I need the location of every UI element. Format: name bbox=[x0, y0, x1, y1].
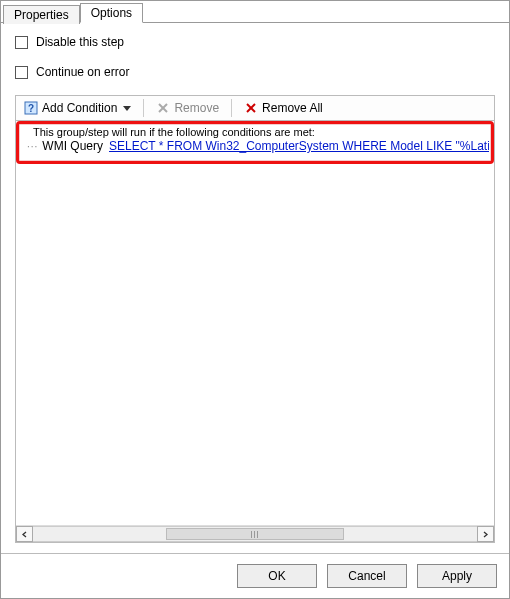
remove-all-x-icon bbox=[244, 101, 258, 115]
tab-strip: Properties Options bbox=[1, 1, 509, 23]
scroll-thumb[interactable] bbox=[166, 528, 344, 540]
scroll-track[interactable] bbox=[33, 526, 477, 542]
scroll-left-button[interactable] bbox=[16, 526, 33, 542]
remove-label: Remove bbox=[174, 101, 219, 115]
condition-type-label: WMI Query bbox=[42, 139, 103, 153]
continue-on-error-label: Continue on error bbox=[36, 65, 129, 79]
remove-button: Remove bbox=[152, 99, 223, 117]
dialog-button-bar: OK Cancel Apply bbox=[1, 553, 509, 598]
condition-row[interactable]: ··· WMI Query SELECT * FROM Win32_Comput… bbox=[21, 139, 489, 153]
conditions-heading: This group/step will run if the followin… bbox=[21, 126, 489, 139]
disable-step-checkbox[interactable] bbox=[15, 36, 28, 49]
horizontal-scrollbar[interactable] bbox=[16, 525, 494, 542]
scroll-right-button[interactable] bbox=[477, 526, 494, 542]
condition-query-link[interactable]: SELECT * FROM Win32_ComputerSystem WHERE… bbox=[109, 139, 489, 153]
disable-step-row: Disable this step bbox=[15, 35, 495, 49]
continue-on-error-checkbox[interactable] bbox=[15, 66, 28, 79]
conditions-toolbar: ? Add Condition Remove Remove All bbox=[15, 95, 495, 121]
options-dialog: Properties Options Disable this step Con… bbox=[0, 0, 510, 599]
tab-options[interactable]: Options bbox=[80, 3, 143, 23]
scroll-thumb-grip-icon bbox=[251, 531, 259, 538]
tab-properties[interactable]: Properties bbox=[3, 5, 80, 24]
tab-body: Disable this step Continue on error ? Ad… bbox=[1, 23, 509, 553]
svg-text:?: ? bbox=[28, 103, 34, 114]
conditions-list: This group/step will run if the followin… bbox=[15, 121, 495, 543]
chevron-left-icon bbox=[21, 531, 28, 538]
conditions-list-content: This group/step will run if the followin… bbox=[16, 121, 494, 525]
dropdown-caret-icon bbox=[123, 106, 131, 111]
highlight-box: This group/step will run if the followin… bbox=[16, 121, 494, 164]
add-condition-label: Add Condition bbox=[42, 101, 117, 115]
remove-all-button[interactable]: Remove All bbox=[240, 99, 327, 117]
ok-button[interactable]: OK bbox=[237, 564, 317, 588]
apply-button[interactable]: Apply bbox=[417, 564, 497, 588]
remove-x-icon bbox=[156, 101, 170, 115]
toolbar-separator bbox=[231, 99, 232, 117]
help-icon: ? bbox=[24, 101, 38, 115]
chevron-right-icon bbox=[482, 531, 489, 538]
remove-all-label: Remove All bbox=[262, 101, 323, 115]
continue-on-error-row: Continue on error bbox=[15, 65, 495, 79]
disable-step-label: Disable this step bbox=[36, 35, 124, 49]
toolbar-separator bbox=[143, 99, 144, 117]
add-condition-button[interactable]: ? Add Condition bbox=[20, 99, 135, 117]
cancel-button[interactable]: Cancel bbox=[327, 564, 407, 588]
tree-branch-icon: ··· bbox=[27, 141, 38, 152]
